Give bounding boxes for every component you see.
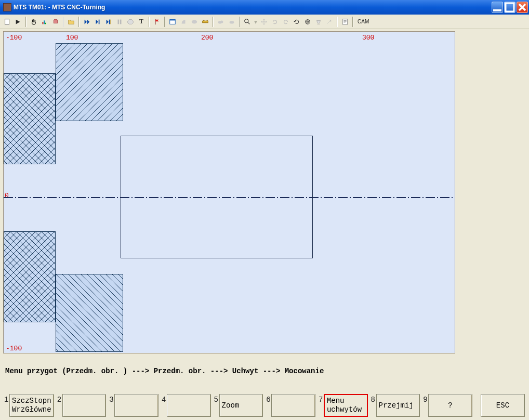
step-to-end-icon[interactable] xyxy=(103,17,114,27)
toolbar-separator xyxy=(337,17,338,27)
toolbar: T ▾ CAM xyxy=(0,15,529,29)
fn-label-line1: Zoom xyxy=(222,401,240,410)
svg-rect-5 xyxy=(45,22,46,24)
toolbar-separator xyxy=(25,17,27,27)
ruler-top-label: 200 xyxy=(201,34,213,42)
close-icon xyxy=(517,2,527,12)
svg-point-16 xyxy=(192,20,197,23)
svg-rect-4 xyxy=(44,20,45,24)
fn-button-zoom[interactable]: Zoom xyxy=(219,394,263,417)
svg-rect-13 xyxy=(155,19,156,24)
fn-cell-1: 1 SzczStopn WrzGłówne xyxy=(4,394,54,417)
pause-icon[interactable] xyxy=(114,17,125,27)
toolbar-separator xyxy=(239,17,240,27)
fn-label-line1: Przejmij xyxy=(379,401,414,410)
fn-number: 3 xyxy=(109,394,114,417)
flag-icon[interactable] xyxy=(152,17,162,27)
drawing-canvas-wrapper: -100 100 200 300 0 -100 xyxy=(3,31,455,364)
ellipse-icon[interactable] xyxy=(189,17,200,27)
fn-number: 4 xyxy=(162,394,167,417)
svg-rect-9 xyxy=(109,19,110,24)
shape1-icon[interactable] xyxy=(178,17,189,27)
fn-number: 6 xyxy=(266,394,271,417)
window-icon[interactable] xyxy=(167,17,178,27)
run-arrow-icon[interactable] xyxy=(13,17,23,27)
chart-icon[interactable] xyxy=(39,17,50,27)
svg-rect-25 xyxy=(56,44,123,121)
cam-mode-button[interactable]: CAM xyxy=(355,19,371,24)
fn-cell-7: 7 Menu uchwytów xyxy=(319,394,368,417)
fn-number: 1 xyxy=(4,394,9,417)
lamp-icon[interactable] xyxy=(313,17,324,27)
fn-number: 7 xyxy=(319,394,324,417)
ruler-top-label: -100 xyxy=(6,34,22,42)
maximize-button[interactable] xyxy=(504,2,515,13)
refresh-icon[interactable] xyxy=(292,17,302,27)
svg-point-21 xyxy=(245,19,248,22)
fn-label-line1: Menu xyxy=(327,397,345,405)
svg-rect-1 xyxy=(506,3,514,11)
hand-icon[interactable] xyxy=(29,17,39,27)
minimize-button[interactable] xyxy=(492,2,503,13)
fn-label-line1: SzczStopn xyxy=(12,397,51,405)
fastforward-icon[interactable] xyxy=(82,17,92,27)
svg-rect-8 xyxy=(99,19,100,24)
toolbar-separator xyxy=(63,17,64,27)
toolbar-separator xyxy=(164,17,165,27)
globe-icon[interactable] xyxy=(302,17,313,27)
close-button[interactable] xyxy=(517,2,528,13)
svg-rect-17 xyxy=(203,21,208,23)
chuck-jaw-upper xyxy=(56,43,123,121)
window-controls xyxy=(492,2,528,13)
ruler-left-label: -100 xyxy=(6,345,22,352)
fn-label-line2: WrzGłówne xyxy=(12,405,51,414)
svg-rect-23 xyxy=(343,19,348,24)
toolbar-separator xyxy=(78,17,80,27)
fn-button-esc[interactable]: ESC xyxy=(481,394,525,417)
fn-button-menu-uchwytow[interactable]: Menu uchwytów xyxy=(324,394,368,417)
fn-cell-5: 5 Zoom xyxy=(214,394,263,417)
fn-button-4[interactable] xyxy=(167,394,211,417)
chuck-jaw-lower xyxy=(56,274,123,352)
stop-icon[interactable] xyxy=(125,17,136,27)
text-icon[interactable]: T xyxy=(136,17,147,27)
svg-rect-27 xyxy=(56,274,123,351)
cloud2-icon[interactable] xyxy=(227,17,237,27)
open-folder-icon[interactable] xyxy=(66,17,76,27)
toolbar-separator xyxy=(213,17,214,27)
fn-button-szczstopn[interactable]: SzczStopn WrzGłówne xyxy=(9,394,54,417)
fn-cell-2: 2 xyxy=(57,394,107,417)
svg-point-20 xyxy=(230,21,234,23)
fn-cell-6: 6 xyxy=(266,394,315,417)
drawing-canvas[interactable]: -100 100 200 300 0 -100 xyxy=(3,31,455,353)
step-forward-icon[interactable] xyxy=(92,17,103,27)
fn-button-2[interactable] xyxy=(62,394,107,417)
new-document-icon[interactable] xyxy=(2,17,12,27)
maximize-icon xyxy=(505,2,515,12)
cloud1-icon[interactable] xyxy=(216,17,226,27)
chevron-down-icon[interactable]: ▾ xyxy=(253,17,258,27)
cylinder-icon[interactable] xyxy=(50,17,61,27)
fn-button-3[interactable] xyxy=(114,394,158,417)
rotate2-icon[interactable] xyxy=(281,17,291,27)
rack-icon[interactable] xyxy=(200,17,210,27)
properties-icon[interactable] xyxy=(340,17,350,27)
rotate1-icon[interactable] xyxy=(270,17,280,27)
fn-cell-9: 9 ? xyxy=(423,394,472,417)
toolbar-separator xyxy=(352,17,353,27)
fn-number: 8 xyxy=(371,394,376,417)
fn-cell-8: 8 Przejmij xyxy=(371,394,420,417)
ruler-top-label: 300 xyxy=(362,34,374,42)
window-title: MTS TM01: - MTS CNC-Turning xyxy=(14,4,492,11)
fn-cell-esc: ESC xyxy=(481,394,525,417)
zoom-icon[interactable] xyxy=(242,17,253,27)
fn-button-help[interactable]: ? xyxy=(428,394,472,417)
fn-button-przejmij[interactable]: Przejmij xyxy=(376,394,420,417)
esc-label: ESC xyxy=(496,401,509,410)
breadcrumb: Menu przygot (Przedm. obr. ) ---> Przedm… xyxy=(5,367,324,375)
move-icon[interactable] xyxy=(259,17,269,27)
arrow-icon[interactable] xyxy=(324,17,335,27)
fn-button-6[interactable] xyxy=(271,394,315,417)
fn-cell-4: 4 xyxy=(162,394,211,417)
ruler-left-label: 0 xyxy=(5,192,9,200)
